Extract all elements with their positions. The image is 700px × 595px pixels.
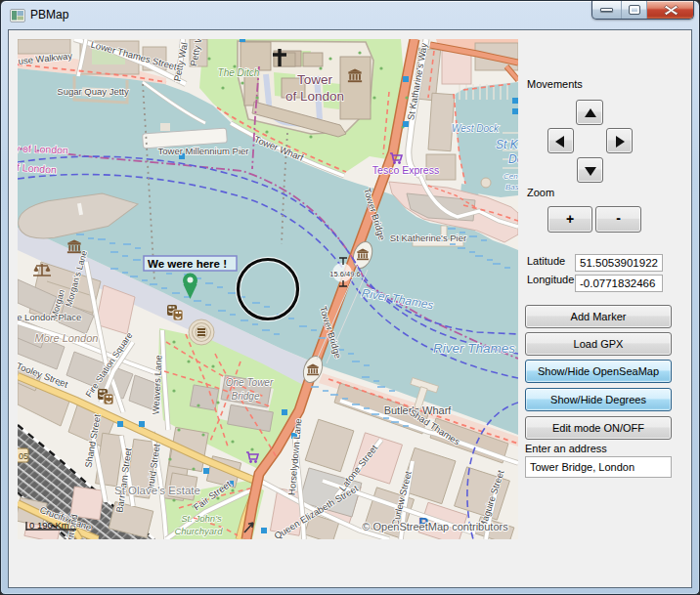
svg-text:Tower Millennium Pier: Tower Millennium Pier [158, 146, 249, 156]
svg-text:Cent: Cent [503, 172, 518, 181]
svg-text:0 190 Km: 0 190 Km [29, 520, 69, 531]
svg-text:Tesco Express: Tesco Express [372, 164, 439, 176]
svg-text:We were here !: We were here ! [148, 258, 227, 270]
svg-text:Petty Wal: Petty Wal [171, 42, 189, 83]
svg-text:© OpenStreetMap contributors: © OpenStreetMap contributors [362, 521, 508, 532]
svg-text:River Thames: River Thames [433, 341, 515, 356]
svg-text:of London: of London [285, 89, 344, 104]
svg-text:St Katherine's Pier: St Katherine's Pier [390, 233, 466, 243]
svg-text:05: 05 [19, 451, 28, 461]
svg-text:Sugar Quay Jetty: Sugar Quay Jetty [57, 86, 129, 97]
svg-text:Weavers Lane: Weavers Lane [150, 355, 163, 415]
svg-text:15.6/49.6: 15.6/49.6 [329, 270, 360, 278]
svg-text:The Ditch: The Ditch [218, 67, 260, 78]
svg-text:St Katharine: St Katharine [496, 138, 518, 151]
svg-text:St Olave's Estate: St Olave's Estate [114, 485, 200, 496]
svg-text:One Tower: One Tower [226, 377, 274, 388]
svg-text:City of London: City of London [18, 142, 68, 155]
svg-text:More London: More London [35, 332, 99, 344]
svg-text:St. John's: St. John's [181, 513, 222, 524]
svg-text:Docks: Docks [508, 152, 518, 166]
svg-text:Tower: Tower [297, 72, 333, 87]
svg-text:West Dock: West Dock [452, 123, 500, 134]
svg-text:Bas: Bas [505, 183, 518, 191]
svg-text:Bridge: Bridge [232, 391, 260, 402]
svg-text:Churchyard: Churchyard [174, 526, 223, 536]
